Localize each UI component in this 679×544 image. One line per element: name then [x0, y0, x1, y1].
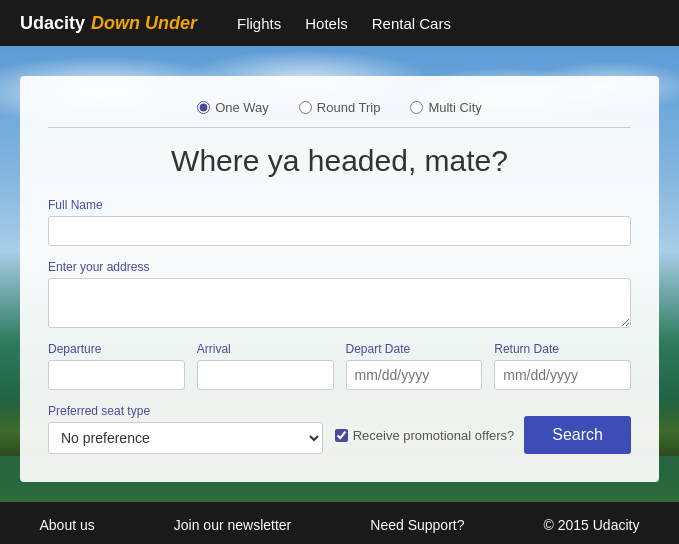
- main-nav: Flights Hotels Rental Cars: [237, 15, 451, 32]
- full-name-group: Full Name: [48, 198, 631, 246]
- nav-flights[interactable]: Flights: [237, 15, 281, 32]
- search-button[interactable]: Search: [524, 416, 631, 454]
- radio-multi-city[interactable]: [410, 101, 423, 114]
- departure-label: Departure: [48, 342, 185, 356]
- promo-text: Receive promotional offers?: [353, 428, 515, 443]
- nav-hotels[interactable]: Hotels: [305, 15, 348, 32]
- logo-udacity: Udacity: [20, 13, 85, 34]
- header: Udacity Down Under Flights Hotels Rental…: [0, 0, 679, 46]
- seat-search-row: Preferred seat type No preference Window…: [48, 404, 631, 454]
- booking-form-card: One Way Round Trip Multi City Where ya h…: [20, 76, 659, 482]
- trip-type-one-way[interactable]: One Way: [197, 100, 269, 115]
- departure-input[interactable]: [48, 360, 185, 390]
- arrival-group: Arrival: [197, 342, 334, 390]
- address-group: Enter your address: [48, 260, 631, 328]
- logo-tagline: Down Under: [91, 13, 197, 34]
- form-heading: Where ya headed, mate?: [48, 144, 631, 178]
- promo-search-group: Receive promotional offers? Search: [335, 416, 631, 454]
- nav-rental-cars[interactable]: Rental Cars: [372, 15, 451, 32]
- address-input[interactable]: [48, 278, 631, 328]
- depart-date-input[interactable]: [346, 360, 483, 390]
- return-date-input[interactable]: [494, 360, 631, 390]
- depart-date-label: Depart Date: [346, 342, 483, 356]
- promo-checkbox-label[interactable]: Receive promotional offers?: [335, 428, 515, 443]
- radio-round-trip[interactable]: [299, 101, 312, 114]
- radio-one-way[interactable]: [197, 101, 210, 114]
- multi-city-label: Multi City: [428, 100, 481, 115]
- depart-date-group: Depart Date: [346, 342, 483, 390]
- footer-newsletter[interactable]: Join our newsletter: [174, 517, 292, 533]
- footer-about[interactable]: About us: [40, 517, 95, 533]
- arrival-input[interactable]: [197, 360, 334, 390]
- travel-fields-row: Departure Arrival Depart Date Return Dat…: [48, 342, 631, 390]
- departure-group: Departure: [48, 342, 185, 390]
- seat-type-select[interactable]: No preference Window Aisle Middle: [48, 422, 323, 454]
- round-trip-label: Round Trip: [317, 100, 381, 115]
- seat-type-label: Preferred seat type: [48, 404, 323, 418]
- logo: Udacity Down Under: [20, 13, 197, 34]
- return-date-group: Return Date: [494, 342, 631, 390]
- return-date-label: Return Date: [494, 342, 631, 356]
- trip-type-round-trip[interactable]: Round Trip: [299, 100, 381, 115]
- hero-section: One Way Round Trip Multi City Where ya h…: [0, 46, 679, 502]
- arrival-label: Arrival: [197, 342, 334, 356]
- full-name-label: Full Name: [48, 198, 631, 212]
- trip-type-row: One Way Round Trip Multi City: [48, 100, 631, 128]
- promo-checkbox[interactable]: [335, 429, 348, 442]
- footer-copyright: © 2015 Udacity: [544, 517, 640, 533]
- full-name-input[interactable]: [48, 216, 631, 246]
- one-way-label: One Way: [215, 100, 269, 115]
- trip-type-multi-city[interactable]: Multi City: [410, 100, 481, 115]
- seat-type-group: Preferred seat type No preference Window…: [48, 404, 323, 454]
- footer: About us Join our newsletter Need Suppor…: [0, 502, 679, 544]
- address-label: Enter your address: [48, 260, 631, 274]
- footer-support[interactable]: Need Support?: [370, 517, 464, 533]
